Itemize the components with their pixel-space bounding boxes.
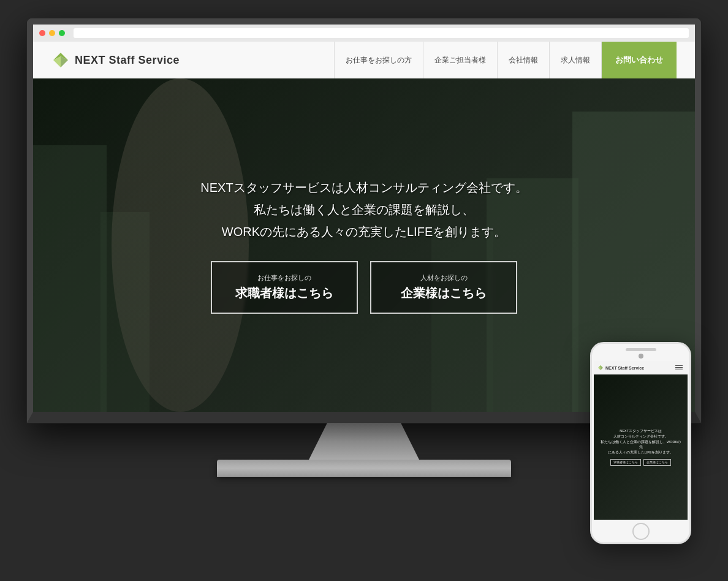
main-nav: お仕事をお探しの方 企業ご担当者様 会社情報 求人情報 お問い合わせ [334,42,677,78]
stand-neck [303,423,425,460]
nav-employers[interactable]: 企業ご担当者様 [423,42,498,78]
nav-company[interactable]: 会社情報 [498,42,550,78]
employer-button[interactable]: 人材をお探しの 企業様はこちら [370,261,517,314]
phone-hero: NEXTスタッフサービスは 人材コンサルティング会社です。 私たちは働く人と企業… [594,374,688,520]
menu-line-2 [675,367,683,368]
hero-line3: WORKの先にある人々の充実したLIFEを創ります。 [200,221,527,243]
phone-camera [639,354,643,359]
phone-header: NEXT Staff Service [594,361,688,374]
phone-screen: NEXT Staff Service NEXTスタッフサービスは 人材コンサルテ… [594,361,688,520]
close-dot [39,30,45,36]
phone-hero-text: NEXTスタッフサービスは 人材コンサルティング会社です。 私たちは働く人と企業… [599,428,683,455]
employer-main-label: 企業様はこちら [384,285,504,302]
browser-bar [33,25,695,42]
phone-menu-icon[interactable] [674,364,684,372]
scene: NEXT Staff Service お仕事をお探しの方 企業ご担当者様 会社情… [0,0,728,581]
hero-buttons: お仕事をお探しの 求職者様はこちら 人材をお探しの 企業様はこちら [200,261,527,314]
phone-buttons: 求職者様はこちら 企業様はこちら [610,459,671,466]
logo-text: NEXT Staff Service [75,54,180,67]
phone-speaker [626,348,656,351]
minimize-dot [49,30,55,36]
phone-home-button[interactable] [632,523,650,540]
phone-employer-button[interactable]: 企業様はこちら [643,459,671,466]
menu-line-1 [675,365,683,366]
nav-contact-button[interactable]: お問い合わせ [602,42,677,78]
site-header: NEXT Staff Service お仕事をお探しの方 企業ご担当者様 会社情… [33,42,695,78]
phone-line3: 私たちは働く人と企業の課題を解説し、WORKの先 [599,439,683,450]
phone-line2: 人材コンサルティング会社です。 [599,434,683,439]
menu-line-3 [675,370,683,371]
maximize-dot [59,30,65,36]
hero-tagline: NEXTスタッフサービスは人材コンサルティング会社です。 私たちは働く人と企業の… [200,177,527,243]
employer-sub-label: 人材をお探しの [384,273,504,283]
phone-line1: NEXTスタッフサービスは [599,428,683,434]
logo-icon [51,51,70,69]
hero-line1: NEXTスタッフサービスは人材コンサルティング会社です。 [200,177,527,199]
logo-area: NEXT Staff Service [51,51,334,69]
url-bar [74,28,689,38]
phone-line4: にある人々の充実したLIFEを創ります。 [599,450,683,455]
jobseeker-main-label: 求職者様はこちら [224,285,344,302]
jobseeker-button[interactable]: お仕事をお探しの 求職者様はこちら [211,261,358,314]
phone-device: NEXT Staff Service NEXTスタッフサービスは 人材コンサルテ… [590,342,691,544]
jobseeker-sub-label: お仕事をお探しの [224,273,344,283]
building-1 [33,145,107,412]
hero-line2: 私たちは働く人と企業の課題を解説し、 [200,199,527,221]
stand-base [217,460,511,477]
phone-logo-text: NEXT Staff Service [605,366,674,370]
phone-jobseeker-button[interactable]: 求職者様はこちら [610,459,641,466]
nav-jobs[interactable]: 求人情報 [550,42,602,78]
hero-content: NEXTスタッフサービスは人材コンサルティング会社です。 私たちは働く人と企業の… [200,177,527,314]
nav-job-seekers[interactable]: お仕事をお探しの方 [334,42,423,78]
